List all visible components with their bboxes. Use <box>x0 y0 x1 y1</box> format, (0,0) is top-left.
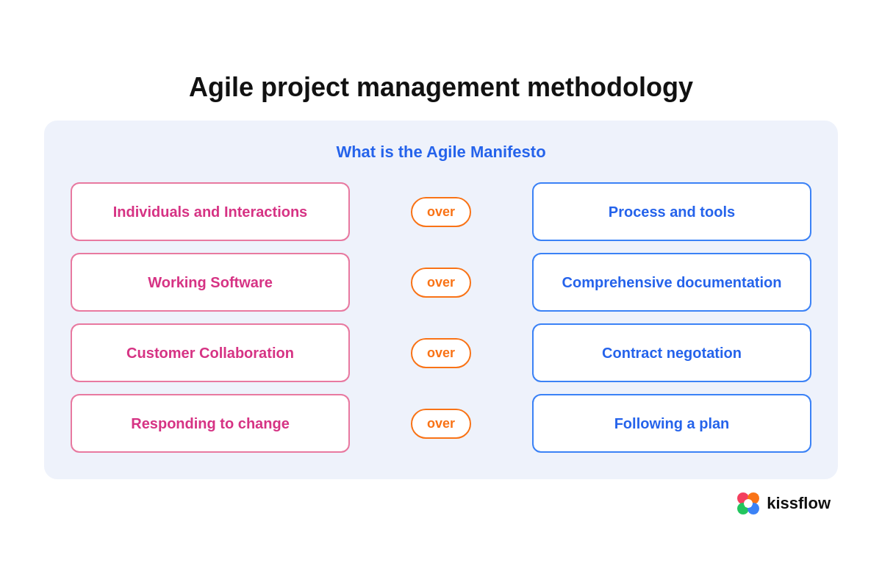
manifesto-row-1: Working Software over Comprehensive docu… <box>71 253 811 312</box>
manifesto-row-0: Individuals and Interactions over Proces… <box>71 182 811 241</box>
left-label-1: Working Software <box>148 274 273 291</box>
left-box-0: Individuals and Interactions <box>71 182 350 241</box>
svg-point-4 <box>744 499 753 508</box>
right-label-2: Contract negotation <box>602 345 742 362</box>
right-label-1: Comprehensive documentation <box>562 274 782 291</box>
manifesto-row-3: Responding to change over Following a pl… <box>71 394 811 453</box>
brand-name: kissflow <box>767 494 831 513</box>
right-box-0: Process and tools <box>532 182 811 241</box>
left-box-1: Working Software <box>71 253 350 312</box>
left-box-3: Responding to change <box>71 394 350 453</box>
footer: kissflow <box>44 491 838 516</box>
rows-container: Individuals and Interactions over Proces… <box>71 182 811 453</box>
over-badge-3: over <box>401 409 481 439</box>
manifesto-card: What is the Agile Manifesto Individuals … <box>44 121 838 479</box>
over-pill-2: over <box>411 338 471 368</box>
page-title: Agile project management methodology <box>189 72 693 103</box>
left-label-3: Responding to change <box>131 415 290 432</box>
manifesto-row-2: Customer Collaboration over Contract neg… <box>71 323 811 382</box>
over-pill-1: over <box>411 268 471 298</box>
right-label-0: Process and tools <box>609 204 735 220</box>
right-box-1: Comprehensive documentation <box>532 253 811 312</box>
right-box-3: Following a plan <box>532 394 811 453</box>
right-label-3: Following a plan <box>614 415 730 432</box>
over-badge-2: over <box>401 338 481 368</box>
kissflow-logo-icon <box>736 491 761 516</box>
manifesto-heading: What is the Agile Manifesto <box>71 143 811 162</box>
over-badge-0: over <box>401 197 481 227</box>
left-label-0: Individuals and Interactions <box>113 204 308 220</box>
over-badge-1: over <box>401 268 481 298</box>
over-pill-3: over <box>411 409 471 439</box>
right-box-2: Contract negotation <box>532 323 811 382</box>
kissflow-logo: kissflow <box>736 491 831 516</box>
left-box-2: Customer Collaboration <box>71 323 350 382</box>
left-label-2: Customer Collaboration <box>126 345 294 362</box>
over-pill-0: over <box>411 197 471 227</box>
